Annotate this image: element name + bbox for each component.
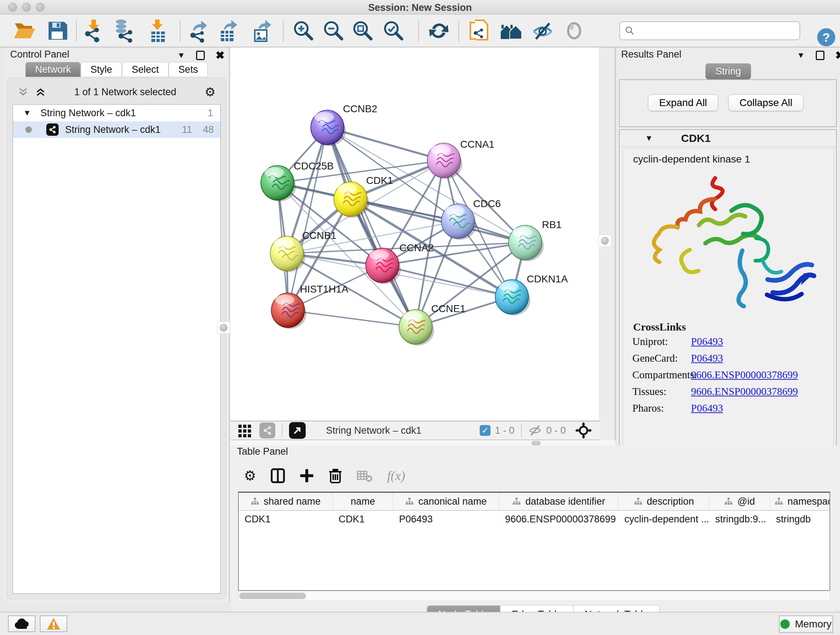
- import-network-database-icon[interactable]: [113, 19, 137, 43]
- export-image-icon[interactable]: [251, 19, 275, 43]
- panel-float-icon[interactable]: [816, 51, 824, 60]
- collapse-section-icon[interactable]: ▼: [645, 134, 653, 143]
- create-column-icon[interactable]: [300, 469, 314, 483]
- table-horizontal-scrollbar[interactable]: [238, 592, 830, 601]
- crosslink-link[interactable]: P06493: [691, 402, 723, 414]
- import-table-file-icon[interactable]: [146, 19, 170, 43]
- column-header-id[interactable]: @id: [709, 493, 770, 510]
- memory-button[interactable]: Memory: [779, 616, 833, 633]
- panel-close-icon[interactable]: ✖: [216, 49, 225, 62]
- node-HIST1H1A[interactable]: HIST1H1A: [271, 283, 348, 329]
- export-network-icon[interactable]: [188, 19, 212, 43]
- table-panel: Table Panel ▼ ✖ ⚙ f(x) shared namenameca…: [231, 445, 840, 611]
- help-icon[interactable]: ?: [817, 28, 836, 48]
- column-header-name[interactable]: name: [333, 493, 393, 510]
- tab-sets[interactable]: Sets: [169, 62, 208, 77]
- tab-style[interactable]: Style: [81, 62, 122, 77]
- protein-details: cyclin-dependent kinase 1: [622, 148, 834, 461]
- toolbar-separator: [521, 423, 522, 438]
- string-results-controls: Expand All Collapse All: [619, 79, 837, 127]
- crosslink-link[interactable]: 9606.ENSP00000378699: [691, 369, 798, 381]
- zoom-selected-icon[interactable]: [382, 19, 406, 43]
- search-field[interactable]: [619, 21, 800, 40]
- column-header-canonical-name[interactable]: canonical name: [393, 493, 499, 510]
- column-header-shared-name[interactable]: shared name: [239, 493, 333, 510]
- network-options-gear-icon[interactable]: ⚙: [205, 85, 216, 99]
- selected-nodes-checkbox-icon[interactable]: ✓: [480, 425, 491, 436]
- crosslink-link[interactable]: P06493: [691, 336, 723, 348]
- node-table[interactable]: shared namenamecanonical namedatabase id…: [238, 492, 830, 591]
- node-CCNA1[interactable]: CCNA1: [427, 139, 494, 179]
- node-CDKN1A[interactable]: CDKN1A: [495, 273, 568, 315]
- table-options-gear-icon[interactable]: ⚙: [244, 468, 256, 484]
- cell-id[interactable]: stringdb:9...: [709, 514, 770, 525]
- expand-all-button[interactable]: Expand All: [648, 95, 718, 111]
- table-row[interactable]: CDK1CDK1P064939606.ENSP00000378699cyclin…: [239, 511, 829, 527]
- node-CDK1[interactable]: CDK1: [334, 175, 393, 218]
- node-CDC25B[interactable]: CDC25B: [261, 160, 333, 201]
- zoom-fit-icon[interactable]: [351, 19, 375, 43]
- cell-description[interactable]: cyclin-dependent ...: [619, 514, 709, 525]
- toolbar-separator: [458, 21, 459, 42]
- left-splitter-handle[interactable]: [217, 321, 230, 334]
- cell-canonical-name[interactable]: P06493: [393, 514, 499, 525]
- zoom-in-icon[interactable]: [292, 19, 316, 43]
- home-icon[interactable]: [499, 19, 523, 43]
- delete-table-icon-disabled: [357, 469, 373, 482]
- panel-close-icon[interactable]: ✖: [835, 49, 840, 62]
- crosslink-label: Uniprot:: [623, 336, 691, 348]
- panel-float-icon[interactable]: [196, 51, 205, 60]
- cell-database-identifier[interactable]: 9606.ENSP00000378699: [499, 514, 619, 525]
- share-document-icon[interactable]: [467, 19, 491, 43]
- node-label-RB1: RB1: [542, 219, 561, 230]
- delete-column-icon[interactable]: [328, 468, 342, 483]
- expand-all-icon[interactable]: [35, 87, 46, 97]
- network-canvas[interactable]: CCNB2CCNA1CDC25BCDK1CDC6RB1CCNB1CCNA2CDK…: [231, 48, 600, 421]
- collapse-all-button[interactable]: Collapse All: [728, 95, 804, 111]
- network-tab-content: 1 of 1 Network selected ⚙ ▼ String Netwo…: [6, 78, 226, 599]
- collapse-all-icon[interactable]: [18, 87, 28, 97]
- zoom-out-icon[interactable]: [322, 19, 346, 43]
- node-CCNE1[interactable]: CCNE1: [399, 303, 466, 345]
- import-network-file-icon[interactable]: [82, 19, 106, 43]
- open-view-icon[interactable]: [289, 422, 306, 439]
- control-panel: Control Panel ▼ ✖ NetworkStyleSelectSets…: [4, 48, 230, 602]
- tab-select[interactable]: Select: [122, 62, 169, 77]
- cell-namespace[interactable]: stringdb: [770, 514, 830, 525]
- open-session-icon[interactable]: [13, 19, 36, 43]
- node-label-CCNA2: CCNA2: [399, 242, 434, 253]
- cell-shared-name[interactable]: CDK1: [239, 514, 333, 525]
- show-columns-icon[interactable]: [271, 468, 285, 483]
- right-splitter-handle[interactable]: [598, 234, 611, 247]
- warnings-button[interactable]: [40, 616, 67, 632]
- column-header-description[interactable]: description: [619, 493, 709, 510]
- cell-name[interactable]: CDK1: [333, 514, 393, 525]
- apply-layout-icon[interactable]: [427, 19, 451, 43]
- cloud-status-button[interactable]: [8, 616, 35, 632]
- tab-string[interactable]: String: [706, 63, 752, 79]
- panel-menu-icon[interactable]: ▼: [177, 51, 185, 60]
- scrollbar-thumb[interactable]: [239, 593, 306, 599]
- column-header-namespace[interactable]: namespace: [770, 493, 830, 510]
- export-table-icon[interactable]: [217, 19, 241, 43]
- column-header-database-identifier[interactable]: database identifier: [499, 493, 619, 510]
- network-share-icon[interactable]: [259, 423, 275, 439]
- panel-menu-icon[interactable]: ▼: [797, 51, 805, 60]
- tab-network[interactable]: Network: [25, 62, 81, 77]
- node-label-CDC6: CDC6: [473, 198, 501, 209]
- grid-view-icon[interactable]: [238, 423, 252, 438]
- node-CCNB1[interactable]: CCNB1: [270, 230, 336, 272]
- protein-header-row[interactable]: ▼ CDK1: [620, 130, 836, 147]
- save-session-icon[interactable]: [46, 19, 69, 43]
- collection-expander-icon[interactable]: ▼: [23, 108, 31, 118]
- crosslink-link[interactable]: P06493: [691, 352, 723, 364]
- node-RB1[interactable]: RB1: [508, 219, 561, 261]
- network-row-selected[interactable]: String Network – cdk1 11 48: [13, 121, 220, 138]
- show-all-eye-icon[interactable]: [562, 19, 586, 43]
- network-collection-row[interactable]: ▼ String Network – cdk1 1: [13, 105, 220, 121]
- crosslink-link[interactable]: 9606.ENSP00000378699: [691, 386, 798, 397]
- search-input[interactable]: [635, 25, 794, 36]
- fit-content-crosshair-icon[interactable]: [575, 422, 592, 439]
- hide-selected-eye-icon[interactable]: [531, 19, 554, 43]
- toolbar-separator: [282, 423, 283, 438]
